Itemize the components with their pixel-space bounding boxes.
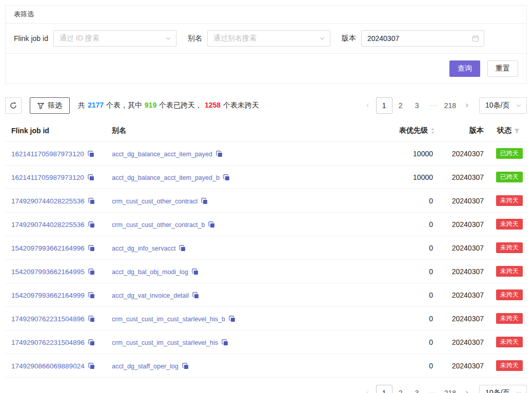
refresh-button[interactable] (5, 97, 22, 114)
summary-seg1: 个表，其中 (104, 101, 144, 109)
cell-alias-link[interactable]: acct_dg_info_servacct (112, 245, 175, 252)
flink-job-id-select[interactable]: 通过 ID 搜索 (53, 30, 176, 47)
table-header-row: Flink job id 别名 表优先级 版本 状态 (5, 120, 527, 142)
filter-panel: 表筛选 Flink job id 通过 ID 搜索 别名 通过别名搜索 版本 (5, 5, 527, 84)
copy-icon[interactable] (192, 268, 199, 275)
copy-icon[interactable] (88, 292, 95, 299)
cell-alias-link[interactable]: acct_dg_balance_acct_item_payed_b (112, 174, 220, 181)
cell-alias-link[interactable]: crm_cust_cust_im_cust_starlevel_his (112, 339, 218, 346)
alias-select[interactable]: 通过别名搜索 (207, 30, 330, 47)
status-filter-icon[interactable] (514, 128, 520, 134)
cell-id-link[interactable]: 1542097993662164995 (11, 268, 85, 276)
version-date-input[interactable]: 20240307 (361, 30, 484, 47)
col-header-version: 版本 (469, 126, 484, 134)
sort-icon[interactable] (430, 128, 435, 134)
copy-icon[interactable] (216, 151, 223, 157)
copy-icon[interactable] (88, 245, 95, 252)
pagination-page-1[interactable]: 1 (376, 97, 392, 114)
copy-icon[interactable] (223, 174, 230, 181)
cell-priority: 0 (333, 354, 441, 378)
chevron-down-icon (516, 390, 522, 393)
status-badge: 未跨天 (496, 219, 523, 230)
cell-version: 20240307 (441, 330, 490, 354)
copy-icon[interactable] (88, 151, 94, 157)
field-alias: 别名 通过别名搜索 (188, 30, 330, 47)
page-size-select[interactable]: 10条/页 (479, 97, 527, 114)
pagination-prev[interactable]: ‹ (360, 385, 376, 393)
cell-alias-link[interactable]: acct_dg_vat_invoice_detail (112, 292, 189, 299)
table-row: 1749290744028225536 crm_cust_cust_other_… (5, 213, 527, 236)
page-size-select[interactable]: 10条/页 (479, 385, 527, 393)
status-badge: 未跨天 (496, 195, 523, 206)
cell-id-link[interactable]: 1542097993662164996 (11, 244, 85, 252)
pagination-page-218[interactable]: 218 (442, 385, 459, 393)
table-summary: 共 2177 个表，其中 919 个表已跨天， 1258 个表未跨天 (78, 101, 259, 110)
cell-version: 20240307 (441, 189, 490, 213)
cell-alias-link[interactable]: crm_cust_cust_other_contract_b (112, 221, 205, 229)
pagination-next[interactable]: › (459, 385, 475, 393)
col-header-priority: 表优先级 (399, 126, 428, 135)
chevron-down-icon (319, 35, 325, 42)
cell-alias-link[interactable]: acct_dg_staff_oper_log (112, 363, 179, 370)
cell-version: 20240307 (441, 307, 490, 330)
alias-label: 别名 (188, 34, 202, 43)
cell-version: 20240307 (441, 283, 490, 307)
copy-icon[interactable] (208, 221, 215, 228)
copy-icon[interactable] (88, 268, 95, 275)
chevron-down-icon (516, 102, 522, 109)
cell-alias-link[interactable]: crm_cust_cust_other_contract (112, 198, 198, 205)
funnel-icon (37, 102, 44, 109)
cell-alias-link[interactable]: crm_cust_cust_im_cust_starlevel_his_b (112, 316, 225, 323)
copy-icon[interactable] (88, 339, 95, 346)
pagination-page-3[interactable]: 3 (409, 97, 425, 114)
pagination-next[interactable]: › (459, 97, 475, 114)
cell-id-link[interactable]: 1621411705987973120 (11, 174, 84, 181)
copy-icon[interactable] (182, 363, 189, 369)
copy-icon[interactable] (88, 198, 95, 204)
pagination-page-2[interactable]: 2 (392, 97, 409, 114)
cell-id-link[interactable]: 1749290744028225536 (11, 221, 85, 229)
copy-icon[interactable] (201, 198, 208, 204)
pagination-page-218[interactable]: 218 (442, 97, 459, 114)
table-row: 1749290744028225536 crm_cust_cust_other_… (5, 189, 527, 213)
copy-icon[interactable] (229, 316, 235, 322)
pagination-pages: 123···218 (376, 385, 459, 393)
cell-version: 20240307 (441, 166, 490, 189)
pagination-page-1[interactable]: 1 (376, 385, 392, 393)
cell-id-link[interactable]: 1749290866069889024 (11, 362, 85, 370)
status-badge: 未跨天 (496, 242, 523, 253)
pagination-page-2[interactable]: 2 (392, 385, 409, 393)
copy-icon[interactable] (88, 174, 94, 181)
cell-priority: 0 (333, 307, 441, 330)
flink-job-id-placeholder: 通过 ID 搜索 (60, 34, 100, 43)
field-flink-job-id: Flink job id 通过 ID 搜索 (14, 30, 176, 47)
copy-icon[interactable] (222, 339, 228, 346)
cell-version: 20240307 (441, 236, 490, 260)
status-badge: 未跨天 (496, 313, 523, 324)
query-button[interactable]: 查询 (449, 60, 480, 77)
cell-id-link[interactable]: 1621411705987973120 (11, 150, 84, 158)
copy-icon[interactable] (88, 221, 95, 228)
cell-priority: 0 (333, 283, 441, 307)
pagination-page-3[interactable]: 3 (409, 385, 425, 393)
cell-id-link[interactable]: 1749290744028225536 (11, 197, 85, 205)
uncrossed-count: 1258 (205, 101, 221, 109)
version-date-value: 20240307 (367, 34, 399, 43)
pagination-ellipsis: ··· (425, 97, 442, 114)
cell-id-link[interactable]: 1542097993662164999 (11, 292, 85, 299)
table-row: 1542097993662164996 acct_dg_info_servacc… (5, 236, 527, 260)
copy-icon[interactable] (88, 316, 95, 322)
cell-alias-link[interactable]: acct_dg_balance_acct_item_payed (112, 151, 212, 158)
flink-job-id-label: Flink job id (14, 34, 48, 43)
table-row: 1749290866069889024 acct_dg_staff_oper_l… (5, 354, 527, 378)
reset-button[interactable]: 重置 (487, 60, 518, 77)
copy-icon[interactable] (179, 245, 186, 252)
cell-alias-link[interactable]: acct_dg_bal_obj_modi_log (112, 268, 188, 276)
copy-icon[interactable] (192, 292, 199, 299)
cell-id-link[interactable]: 1749290762231504896 (11, 315, 85, 323)
cell-id-link[interactable]: 1749290762231504896 (11, 339, 85, 346)
pagination-prev[interactable]: ‹ (360, 97, 376, 114)
status-badge: 已跨天 (496, 172, 523, 182)
copy-icon[interactable] (88, 363, 95, 369)
filter-toggle-button[interactable]: 筛选 (30, 97, 70, 114)
